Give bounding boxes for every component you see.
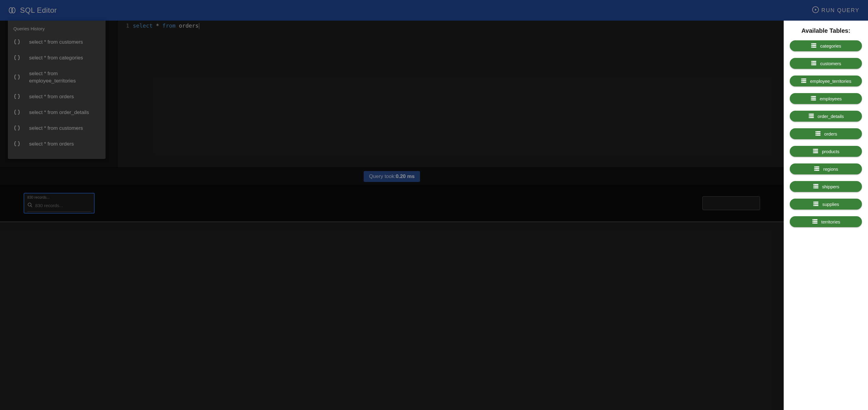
- storage-icon: [812, 183, 819, 190]
- search-inner: [27, 201, 91, 212]
- query-time-chip: Query took:0.20 ms: [364, 171, 420, 182]
- svg-point-4: [28, 203, 31, 206]
- main-area: Queries History select * from customers …: [0, 21, 868, 410]
- content-column: Queries History select * from customers …: [0, 21, 784, 410]
- braces-icon: [13, 38, 21, 46]
- header-right: RUN QUERY: [812, 6, 860, 14]
- query-status-row: Query took:0.20 ms: [0, 167, 784, 185]
- queries-history-title: Queries History: [8, 26, 105, 34]
- braces-icon: [13, 93, 21, 100]
- line-number: 1: [118, 23, 129, 29]
- svg-point-21: [802, 78, 803, 79]
- braces-icon: [13, 54, 21, 62]
- storage-icon: [800, 77, 807, 85]
- table-chip-products[interactable]: products: [790, 146, 862, 157]
- history-item[interactable]: select * from categories: [8, 50, 105, 66]
- search-icon: [27, 202, 33, 209]
- table-chip-regions[interactable]: regions: [790, 163, 862, 175]
- editor-zone: Queries History select * from customers …: [0, 21, 784, 167]
- storage-icon: [812, 200, 819, 208]
- line-gutter: 1: [118, 21, 133, 167]
- storage-icon: [815, 130, 821, 138]
- table-chip-label: orders: [824, 131, 837, 136]
- table-chip-label: regions: [823, 166, 838, 171]
- records-count-label: 830 records...: [27, 195, 91, 199]
- svg-point-34: [809, 116, 810, 116]
- results-toolbar: 830 records...: [0, 185, 784, 221]
- history-item-query: select * from orders: [29, 140, 74, 148]
- storage-icon: [810, 60, 817, 67]
- table-chip-label: order_details: [818, 114, 844, 119]
- svg-point-33: [809, 114, 810, 114]
- svg-point-41: [816, 135, 816, 135]
- table-chip-shippers[interactable]: shippers: [790, 181, 862, 192]
- table-chip-label: employee_territories: [810, 78, 851, 84]
- history-item[interactable]: select * from orders: [8, 89, 105, 105]
- svg-marker-3: [815, 8, 817, 11]
- table-chip-supplies[interactable]: supplies: [790, 199, 862, 210]
- table-chip-label: customers: [820, 61, 841, 66]
- table-chip-label: employees: [820, 96, 842, 101]
- svg-point-15: [812, 61, 812, 62]
- history-item-query: select * from order_details: [29, 109, 89, 116]
- svg-point-27: [811, 96, 812, 97]
- table-chip-label: categories: [820, 43, 841, 49]
- history-item-query: select * from customers: [29, 38, 83, 46]
- history-item[interactable]: select * from customers: [8, 34, 105, 50]
- available-tables-drawer: Available Tables: categories cu: [784, 21, 868, 410]
- svg-point-47: [814, 152, 814, 153]
- history-item[interactable]: select * from orders: [8, 136, 105, 152]
- history-item[interactable]: select * from employee_territories: [8, 66, 105, 89]
- table-chip-orders[interactable]: orders: [790, 128, 862, 139]
- svg-line-5: [31, 206, 32, 207]
- table-chip-customers[interactable]: customers: [790, 58, 862, 69]
- queries-history-panel: Queries History select * from customers …: [8, 21, 105, 159]
- play-icon: [812, 6, 819, 14]
- queries-history-list: select * from customers select * from ca…: [8, 34, 105, 152]
- svg-point-45: [814, 149, 814, 150]
- svg-point-58: [814, 186, 814, 187]
- divider: [0, 221, 784, 222]
- table-chip-label: territories: [821, 219, 840, 224]
- table-chip-employees[interactable]: employees: [790, 93, 862, 104]
- token-keyword: select: [133, 23, 153, 29]
- svg-point-17: [812, 64, 812, 65]
- svg-point-40: [816, 133, 816, 134]
- logo-icon: [8, 7, 16, 14]
- app-title: SQL Editor: [20, 6, 57, 14]
- run-query-label: RUN QUERY: [821, 7, 860, 14]
- history-item[interactable]: select * from customers: [8, 120, 105, 136]
- export-dropdown[interactable]: [703, 196, 760, 210]
- records-search-box[interactable]: 830 records...: [24, 193, 95, 214]
- code-editor[interactable]: 1 select * from orders: [118, 21, 784, 167]
- braces-icon: [13, 125, 21, 132]
- table-chip-employee_territories[interactable]: employee_territories: [790, 75, 862, 87]
- available-tables-list: categories customers employee_territ: [790, 40, 862, 227]
- braces-icon: [13, 109, 21, 116]
- code-lines: select * from orders: [133, 21, 199, 167]
- table-chip-territories[interactable]: territories: [790, 216, 862, 227]
- svg-point-70: [813, 221, 813, 222]
- svg-point-46: [814, 151, 814, 151]
- query-time-prefix: Query took:: [369, 174, 396, 179]
- storage-icon: [808, 113, 815, 120]
- svg-point-57: [814, 184, 814, 185]
- history-item[interactable]: select * from order_details: [8, 105, 105, 120]
- table-chip-categories[interactable]: categories: [790, 40, 862, 51]
- svg-point-51: [815, 166, 815, 167]
- history-item-query: select * from orders: [29, 93, 74, 100]
- storage-icon: [810, 95, 817, 102]
- svg-point-23: [802, 82, 803, 83]
- storage-icon: [813, 165, 820, 173]
- svg-point-16: [812, 63, 812, 63]
- storage-icon: [812, 148, 819, 155]
- token-keyword: from: [162, 23, 176, 29]
- table-chip-order_details[interactable]: order_details: [790, 111, 862, 122]
- table-chip-label: supplies: [822, 202, 839, 207]
- table-chip-label: shippers: [822, 184, 839, 189]
- search-input[interactable]: [35, 203, 93, 208]
- token-identifier: orders: [179, 23, 199, 29]
- run-query-button[interactable]: RUN QUERY: [812, 6, 860, 14]
- svg-point-71: [813, 223, 813, 223]
- token-star: *: [156, 23, 159, 29]
